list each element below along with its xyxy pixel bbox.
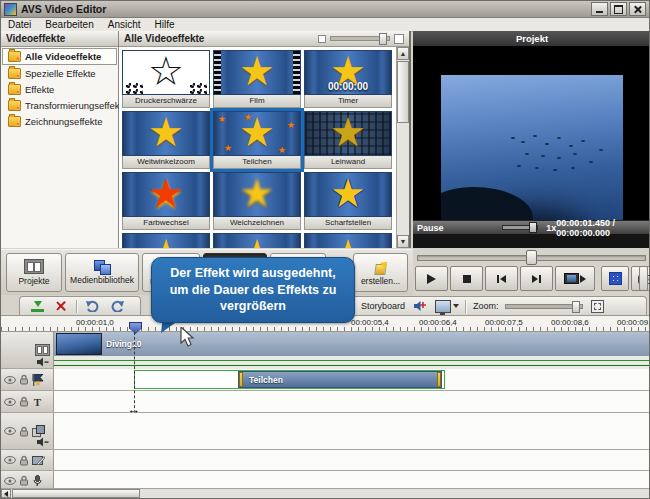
star-icon [123,233,209,248]
star-icon [123,111,209,156]
overlay-track[interactable] [1,413,649,450]
volume-expand-button[interactable] [639,266,648,291]
effects-panel-header: Alle Videoeffekte [124,33,204,44]
effect-region[interactable]: Teilchen [134,370,445,389]
next-frame-button[interactable] [520,266,553,291]
effect-tile-leinwand[interactable]: Leinwand [304,111,392,169]
timeline-toolbar-left [19,296,141,315]
scrollbar-thumb[interactable] [397,61,409,123]
close-button[interactable] [629,2,646,16]
overlay-track-icon[interactable] [32,425,45,437]
fit-timeline-button[interactable] [589,299,607,314]
sidebar-item-zeichnungseffekte[interactable]: Zeichnungseffekte [3,114,116,129]
voice-record-button[interactable] [411,299,429,314]
effect-tile-partial[interactable] [304,233,392,248]
lock-icon[interactable] [19,426,29,437]
menu-bearbeiten[interactable]: Bearbeiten [38,19,100,30]
video-track[interactable]: Diving10 [1,332,649,369]
menu-hilfe[interactable]: Hilfe [148,19,182,30]
size-slider-groove[interactable] [330,36,390,41]
minimize-button[interactable] [591,2,608,16]
eye-icon[interactable] [4,427,16,435]
seek-thumb[interactable] [526,250,537,265]
stop-button[interactable] [450,266,483,291]
effect-tile-weitwinkelzoom[interactable]: Weitwinkelzoom [122,111,210,169]
hscrollbar-thumb[interactable] [12,489,140,498]
mute-audio-icon[interactable] [37,357,49,367]
sidebar-item-label: Effekte [25,84,54,95]
effect-thumb [122,172,210,217]
scroll-up-button[interactable]: ▲ [397,47,409,60]
timeline-hscrollbar[interactable] [1,488,649,498]
undo-button[interactable] [84,299,102,314]
effect-right-handle[interactable] [437,372,441,387]
video-audio-strip[interactable] [54,356,649,369]
effect-tile-farbwechsel[interactable]: Farbwechsel [122,172,210,230]
sidebar-item-alle-videoeffekte[interactable]: Alle Videoeffekte [2,48,117,65]
effect-tile-scharfstellen[interactable]: Scharfstellen [304,172,392,230]
effect-tile-partial[interactable] [122,233,210,248]
effect-left-handle[interactable] [239,372,243,387]
effect-tile-film[interactable]: Film [213,50,301,108]
play-button[interactable] [415,266,448,291]
scroll-down-button[interactable]: ▼ [397,235,409,248]
size-slider-thumb[interactable] [379,33,387,45]
seek-bar[interactable] [413,249,650,264]
menu-ansicht[interactable]: Ansicht [101,19,148,30]
video-area: Pause 1x 00:00:01.450 / 00:00:00.000 [413,46,650,234]
effect-clip-label: Teilchen [249,375,283,385]
effect-tile-teilchen[interactable]: ★ ★ ★ ★ ★ Teilchen [213,111,301,169]
ruler-label: 00:00:09,7 [617,318,650,327]
redo-button[interactable] [108,299,126,314]
scroll-left-button[interactable] [1,489,11,498]
split-button[interactable] [555,266,595,291]
multiscreen-button[interactable] [601,266,629,291]
effect-thumb [122,233,210,248]
video-effects-track-icon[interactable]: ★ [32,374,45,386]
microphone-track-icon[interactable] [32,475,43,487]
text-track-icon[interactable]: T [32,396,43,407]
close-icon [633,5,642,14]
eye-icon[interactable] [4,477,16,485]
sidebar-item-effekte[interactable]: Effekte [3,82,116,97]
zoom-slider-thumb[interactable] [572,301,580,313]
delete-button[interactable] [52,299,70,314]
eye-icon[interactable] [4,398,16,406]
title-bar[interactable]: AVS Video Editor [1,1,649,18]
effect-tile-druckerschwaerze[interactable]: Druckerschwärze [122,50,210,108]
speed-slider[interactable] [502,225,539,230]
effects-track[interactable]: ★ Teilchen [1,369,649,391]
text-track[interactable]: T [1,391,649,413]
previous-frame-button[interactable] [485,266,518,291]
video2-track[interactable] [1,450,649,471]
effect-tile-timer[interactable]: 00:00:00 Timer [304,50,392,108]
timeline-zoom-slider[interactable] [505,304,583,309]
menu-datei[interactable]: Datei [1,19,38,30]
effect-tile-partial[interactable] [213,233,301,248]
clip-edit-track-icon[interactable] [32,455,45,466]
film-track-icon[interactable] [35,344,50,356]
maximize-button[interactable] [610,2,627,16]
effects-scrollbar[interactable]: ▲ ▼ [396,47,409,248]
merge-button[interactable] [28,299,46,314]
create-movie-label: erstellen... [361,276,400,286]
mute-audio-icon[interactable] [37,437,49,447]
lock-icon[interactable] [19,396,29,407]
create-movie-button[interactable]: erstellen... [353,253,408,292]
lock-icon[interactable] [19,455,29,466]
thumbnail-size-slider[interactable] [318,34,404,44]
eye-icon[interactable] [4,456,16,464]
sidebar-item-spezielle-effekte[interactable]: Spezielle Effekte [3,66,116,81]
storyboard-label[interactable]: Storyboard [361,301,405,311]
eye-icon[interactable] [4,376,16,384]
lock-icon[interactable] [19,374,29,385]
lock-icon[interactable] [19,475,29,486]
media-library-button[interactable]: Medienbibliothek [65,253,139,292]
speed-slider-thumb[interactable] [529,222,537,233]
projects-button[interactable]: Projekte [6,253,62,292]
sidebar-item-transformierungseffekte[interactable]: Transformierungseffekte [3,98,116,113]
effect-clip[interactable]: Teilchen [238,371,442,388]
video-clip[interactable]: Diving10 [54,332,649,357]
screen-capture-button[interactable] [435,299,459,314]
effect-tile-weichzeichnen[interactable]: Weichzeichnen [213,172,301,230]
